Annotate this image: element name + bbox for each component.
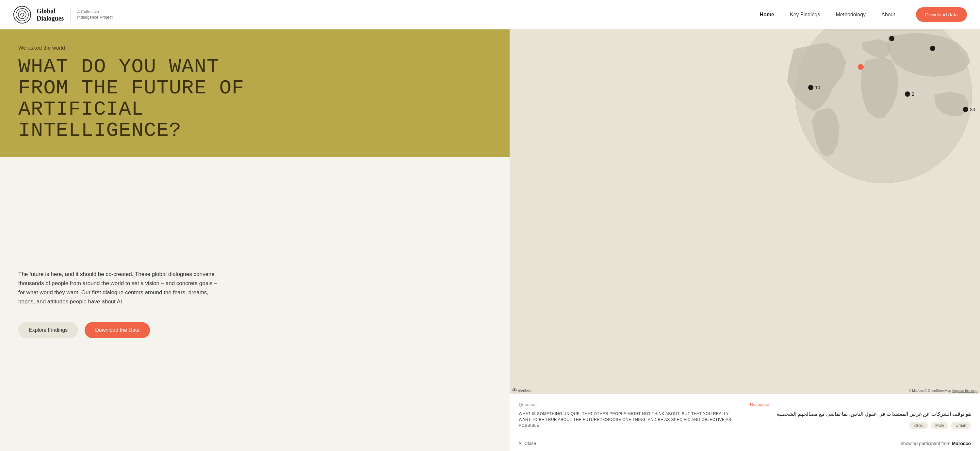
map-attribution: © Mapbox © OpenStreetMap Improve this ma… — [909, 389, 977, 392]
close-x-icon: × — [519, 441, 522, 446]
svg-point-1 — [16, 8, 29, 21]
svg-text:2: 2 — [912, 91, 914, 97]
nav-download-button[interactable]: Download data — [916, 7, 967, 22]
left-panel: We asked the world WHAT DO YOU WANTFROM … — [0, 29, 510, 451]
nav-links: Home Key Findings Methodology About Down… — [760, 7, 967, 22]
hero-box: We asked the world WHAT DO YOU WANTFROM … — [0, 29, 510, 157]
download-data-button[interactable]: Download the Data — [84, 322, 150, 338]
mapbox-logo: mapbox — [512, 388, 531, 392]
content-description: The future is here, and it should be co-… — [18, 270, 221, 306]
nav-about[interactable]: About — [881, 12, 895, 17]
svg-text:23: 23 — [970, 107, 975, 112]
tag-location-type: Urban — [951, 422, 971, 429]
mapbox-icon — [512, 388, 517, 392]
nav-tagline: A CollectiveIntelligence Project — [77, 9, 113, 20]
map-dot-asia — [963, 107, 968, 112]
question-label: Question — [519, 402, 740, 407]
tag-age: 26-35 — [909, 422, 928, 429]
content-box: The future is here, and it should be co-… — [0, 157, 510, 451]
svg-point-9 — [514, 389, 515, 391]
map-area: 10 2 23 mapbox © Mapbox © OpenStreetMap — [510, 29, 980, 394]
response-text: هو توقف الشركات عن غرس المعتقدات في عقول… — [750, 410, 971, 418]
nav-home[interactable]: Home — [760, 12, 774, 17]
close-bar: × Close Showing participant from Morocco — [510, 436, 980, 451]
map-dot-1 — [889, 36, 894, 41]
globe: 10 2 23 — [761, 29, 980, 189]
nav-key-findings[interactable]: Key Findings — [790, 12, 820, 17]
map-dot-americas — [808, 85, 813, 90]
tag-gender: Male — [931, 422, 948, 429]
close-label: Close — [524, 441, 536, 446]
navigation: GlobalDialogues A CollectiveIntelligence… — [0, 0, 980, 29]
response-tags: 26-35 Male Urban — [750, 422, 971, 429]
close-button[interactable]: × Close — [519, 441, 536, 446]
info-panel: Question WHAT IS SOMETHING UNIQUE, THAT … — [510, 394, 980, 436]
brand-name: GlobalDialogues — [37, 8, 64, 22]
response-col: Response هو توقف الشركات عن غرس المعتقدا… — [750, 402, 971, 429]
map-dot-mid — [905, 91, 910, 97]
question-text: WHAT IS SOMETHING UNIQUE, THAT OTHER PEO… — [519, 411, 740, 429]
map-dot-morocco — [858, 64, 864, 70]
right-panel: 10 2 23 mapbox © Mapbox © OpenStreetMap — [510, 29, 980, 451]
brand-logo — [13, 6, 31, 24]
brand: GlobalDialogues — [13, 6, 64, 24]
question-col: Question WHAT IS SOMETHING UNIQUE, THAT … — [519, 402, 740, 429]
svg-point-2 — [18, 11, 26, 19]
nav-methodology[interactable]: Methodology — [835, 12, 865, 17]
hero-subtitle: We asked the world — [18, 45, 491, 51]
brand-text: GlobalDialogues — [37, 8, 64, 22]
svg-point-0 — [14, 6, 31, 23]
svg-text:10: 10 — [815, 85, 820, 90]
action-buttons: Explore Findings Download the Data — [18, 322, 491, 338]
main-container: We asked the world WHAT DO YOU WANTFROM … — [0, 29, 980, 451]
response-label: Response — [750, 402, 971, 407]
svg-point-3 — [21, 13, 24, 16]
improve-map-link[interactable]: Improve this map — [952, 389, 977, 392]
map-dot-2 — [930, 46, 935, 51]
showing-participant-text: Showing participant from Morocco — [900, 441, 971, 446]
hero-title: WHAT DO YOU WANTFROM THE FUTURE OFARTIFI… — [18, 56, 491, 141]
explore-findings-button[interactable]: Explore Findings — [18, 322, 78, 338]
